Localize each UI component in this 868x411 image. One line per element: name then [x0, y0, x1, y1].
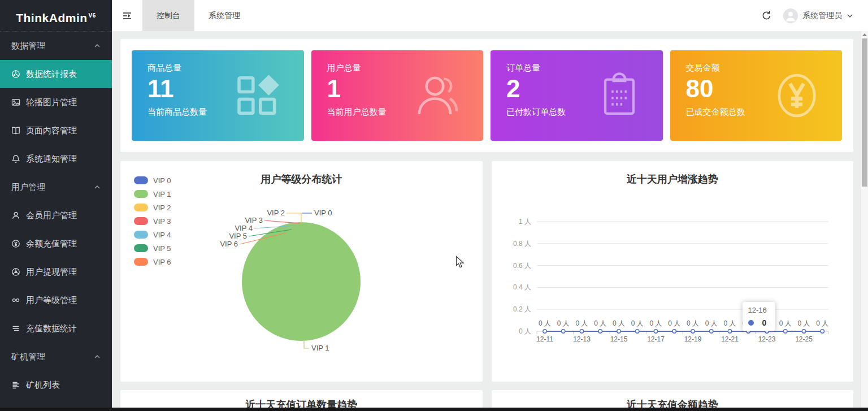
sidebar-item-0-1[interactable]: 轮播图片管理 — [0, 88, 112, 116]
pie-legend: VIP 0VIP 1VIP 2VIP 3VIP 4VIP 5VIP 6 — [134, 174, 171, 269]
vertical-scrollbar[interactable] — [861, 31, 868, 411]
sidebar-toggle-button[interactable] — [112, 0, 142, 31]
svg-text:0 人: 0 人 — [705, 319, 717, 327]
chevron-up-icon — [94, 353, 101, 360]
sidebar-section-0[interactable]: 数据管理 — [0, 32, 112, 60]
legend-swatch — [134, 231, 148, 239]
sidebar-section-label: 用户管理 — [11, 182, 45, 193]
scrollbar-up-arrow[interactable] — [861, 31, 868, 38]
svg-text:12-21: 12-21 — [721, 335, 739, 343]
user-menu[interactable]: 系统管理员 — [783, 8, 853, 23]
legend-item-0[interactable]: VIP 0 — [134, 174, 171, 187]
svg-text:0.6 人: 0.6 人 — [513, 262, 531, 270]
svg-text:0 人: 0 人 — [631, 319, 643, 327]
user-name: 系统管理员 — [802, 11, 842, 21]
stat-card-3[interactable]: 交易金额80已成交金额总数 — [670, 50, 843, 141]
components-icon — [233, 70, 285, 122]
sidebar-item-1-4[interactable]: 充值数据统计 — [0, 314, 112, 343]
chevron-up-icon — [94, 184, 101, 191]
svg-text:VIP 3: VIP 3 — [245, 216, 263, 224]
sidebar: ThinkAdminV6 数据管理数据统计报表轮播图片管理页面内容管理系统通知管… — [0, 0, 112, 411]
book-icon — [11, 126, 20, 135]
sidebar-section-1[interactable]: 用户管理 — [0, 173, 112, 201]
user-icon — [11, 211, 20, 220]
legend-label: VIP 1 — [153, 190, 171, 198]
stat-card-0[interactable]: 商品总量11当前商品总数量 — [132, 50, 304, 141]
tab-0[interactable]: 控制台 — [142, 0, 194, 31]
line-chart-panel: 近十天用户增涨趋势 0 人0.2 人0.4 人0.6 人0.8 人1 人0 人1… — [492, 161, 854, 382]
svg-text:0.4 人: 0.4 人 — [513, 283, 531, 291]
tab-1[interactable]: 系统管理 — [194, 0, 254, 31]
svg-text:12-23: 12-23 — [758, 335, 775, 343]
svg-text:0 人: 0 人 — [649, 319, 662, 327]
sidebar-item-label: 页面内容管理 — [26, 126, 77, 136]
svg-text:12-17: 12-17 — [647, 335, 665, 343]
bell-icon — [11, 154, 20, 163]
svg-text:0 人: 0 人 — [518, 327, 531, 335]
bottom-edge-bar — [0, 408, 868, 411]
svg-text:12-15: 12-15 — [610, 335, 627, 343]
legend-item-2[interactable]: VIP 2 — [134, 201, 171, 214]
stat-card-2[interactable]: 订单总量2已付款订单总数 — [491, 50, 663, 141]
svg-text:1 人: 1 人 — [518, 218, 531, 226]
sidebar-item-label: 系统通知管理 — [26, 154, 77, 165]
svg-text:0 人: 0 人 — [668, 319, 680, 327]
svg-text:VIP 4: VIP 4 — [235, 224, 253, 232]
chevron-down-icon — [847, 12, 853, 19]
legend-item-5[interactable]: VIP 5 — [134, 241, 171, 255]
svg-text:12-11: 12-11 — [536, 335, 553, 343]
sidebar-item-label: 数据统计报表 — [26, 69, 77, 80]
sidebar-item-label: 用户提现管理 — [26, 267, 77, 278]
stat-cards-panel: 商品总量11当前商品总数量用户总量1当前用户总数量订单总量2已付款订单总数交易金… — [120, 39, 853, 152]
svg-text:VIP 1: VIP 1 — [311, 344, 329, 352]
sidebar-section-2[interactable]: 矿机管理 — [0, 343, 112, 371]
header-right: 系统管理员 — [761, 0, 868, 31]
legend-label: VIP 3 — [153, 217, 171, 226]
app-logo[interactable]: ThinkAdminV6 — [0, 0, 112, 32]
sidebar-item-label: 用户等级管理 — [26, 295, 77, 306]
sidebar-item-label: 矿机列表 — [26, 380, 60, 391]
sidebar-item-1-2[interactable]: 用户提现管理 — [0, 258, 112, 286]
svg-text:0 人: 0 人 — [686, 319, 698, 327]
sidebar-section-label: 矿机管理 — [11, 352, 45, 362]
sidebar-item-0-0[interactable]: 数据统计报表 — [0, 60, 112, 88]
svg-text:12-13: 12-13 — [573, 335, 591, 343]
list-mine-icon — [11, 380, 20, 390]
svg-text:0 人: 0 人 — [723, 319, 736, 327]
svg-text:12-19: 12-19 — [684, 335, 701, 343]
legend-label: VIP 6 — [153, 258, 171, 266]
sidebar-item-2-0[interactable]: 矿机列表 — [0, 371, 112, 399]
sidebar-section-label: 数据管理 — [11, 41, 45, 51]
sidebar-item-label: 充值数据统计 — [26, 323, 77, 334]
scrollbar-thumb[interactable] — [862, 38, 867, 187]
legend-item-4[interactable]: VIP 4 — [134, 228, 171, 241]
legend-item-3[interactable]: VIP 3 — [134, 214, 171, 228]
sidebar-item-0-3[interactable]: 系统通知管理 — [0, 145, 112, 173]
legend-swatch — [134, 258, 148, 266]
stat-card-1[interactable]: 用户总量1当前用户总数量 — [311, 50, 484, 141]
sidebar-item-1-3[interactable]: 用户等级管理 — [0, 286, 112, 314]
image-icon — [11, 98, 20, 107]
sidebar-item-1-0[interactable]: 会员用户管理 — [0, 201, 112, 230]
tooltip-date: 12-16 — [748, 306, 770, 314]
legend-label: VIP 0 — [153, 176, 171, 185]
refresh-button[interactable] — [761, 10, 772, 21]
svg-text:12-25: 12-25 — [795, 335, 813, 343]
svg-text:VIP 6: VIP 6 — [220, 240, 238, 248]
svg-text:VIP 2: VIP 2 — [267, 209, 285, 217]
legend-swatch — [134, 204, 148, 211]
sidebar-item-1-1[interactable]: 余额充值管理 — [0, 230, 112, 258]
legend-swatch — [134, 176, 148, 184]
svg-text:0 人: 0 人 — [557, 319, 569, 327]
legend-item-6[interactable]: VIP 6 — [134, 255, 171, 269]
chevron-up-icon — [94, 42, 101, 49]
line-chart: 0 人0.2 人0.4 人0.6 人0.8 人1 人0 人12-110 人0 人… — [492, 161, 854, 382]
legend-item-1[interactable]: VIP 1 — [134, 187, 171, 201]
sidebar-item-0-2[interactable]: 页面内容管理 — [0, 116, 112, 145]
legend-swatch — [134, 244, 148, 252]
sidebar-item-label: 会员用户管理 — [26, 210, 77, 221]
outdent-icon — [121, 10, 133, 21]
chart-tooltip: 12-16 0 — [743, 302, 775, 331]
wheel-icon — [11, 267, 20, 276]
list-stat-icon — [11, 324, 20, 333]
